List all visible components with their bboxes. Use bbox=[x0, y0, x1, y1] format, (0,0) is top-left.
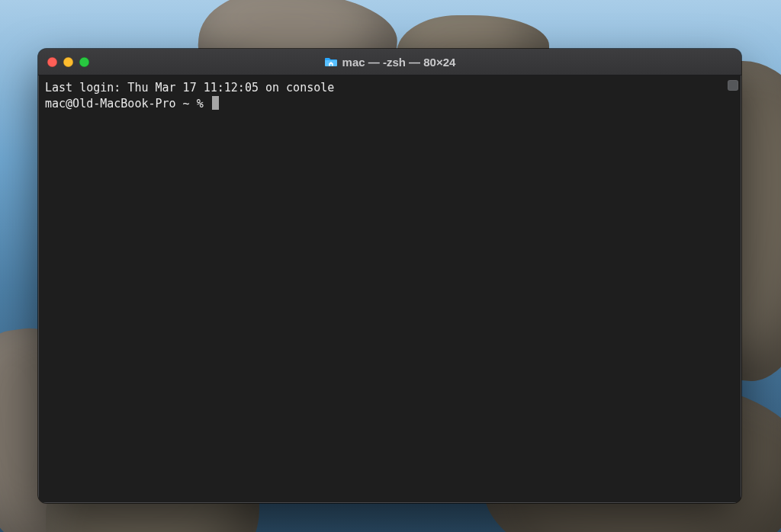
shell-prompt: mac@Old-MacBook-Pro ~ % bbox=[45, 97, 211, 111]
text-cursor bbox=[212, 96, 219, 110]
terminal-body[interactable]: Last login: Thu Mar 17 11:12:05 on conso… bbox=[38, 75, 741, 503]
window-title: mac — -zsh — 80×24 bbox=[38, 56, 741, 69]
home-folder-icon bbox=[324, 56, 338, 67]
terminal-output: Last login: Thu Mar 17 11:12:05 on conso… bbox=[45, 80, 725, 112]
window-title-text: mac — -zsh — 80×24 bbox=[342, 56, 456, 69]
maximize-button[interactable] bbox=[79, 57, 89, 67]
terminal-window[interactable]: mac — -zsh — 80×24 Last login: Thu Mar 1… bbox=[38, 49, 741, 503]
window-titlebar[interactable]: mac — -zsh — 80×24 bbox=[38, 49, 741, 75]
scrollbar-thumb[interactable] bbox=[728, 80, 738, 91]
traffic-lights bbox=[38, 57, 89, 67]
minimize-button[interactable] bbox=[63, 57, 73, 67]
last-login-line: Last login: Thu Mar 17 11:12:05 on conso… bbox=[45, 81, 334, 95]
close-button[interactable] bbox=[47, 57, 57, 67]
desktop-background: mac — -zsh — 80×24 Last login: Thu Mar 1… bbox=[0, 0, 781, 532]
